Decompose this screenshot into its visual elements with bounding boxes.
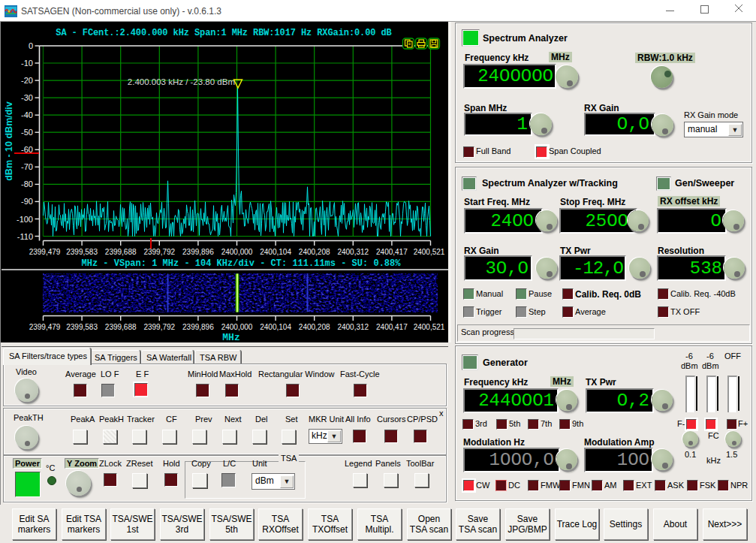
svg-text:2400,312: 2400,312 bbox=[337, 248, 369, 256]
svg-text:-10: -10 bbox=[21, 59, 33, 68]
svg-text:2399,896: 2399,896 bbox=[182, 248, 214, 256]
svg-text:2399,792: 2399,792 bbox=[143, 323, 175, 331]
svg-text:2400,104: 2400,104 bbox=[260, 323, 291, 331]
svg-text:-30: -30 bbox=[21, 93, 33, 102]
svg-text:2400,417: 2400,417 bbox=[376, 323, 408, 331]
svg-text:MHz - VSpan: 1 MHz - 104 KHz/d: MHz - VSpan: 1 MHz - 104 KHz/div - CT: 1… bbox=[82, 258, 402, 269]
svg-text:2400,208: 2400,208 bbox=[299, 323, 330, 331]
svg-text:2400,521: 2400,521 bbox=[414, 323, 445, 331]
svg-text:-70: -70 bbox=[21, 162, 33, 171]
svg-text:2399,583: 2399,583 bbox=[66, 248, 98, 256]
svg-text:2399,479: 2399,479 bbox=[29, 323, 61, 331]
svg-text:2400,104: 2400,104 bbox=[260, 248, 291, 256]
svg-text:2399,896: 2399,896 bbox=[182, 323, 214, 331]
svg-text:2399,583: 2399,583 bbox=[66, 323, 98, 331]
svg-text:0: 0 bbox=[29, 41, 33, 50]
svg-text:2400,000: 2400,000 bbox=[221, 323, 253, 331]
svg-text:-40: -40 bbox=[21, 110, 33, 119]
svg-text:2399,688: 2399,688 bbox=[105, 248, 137, 256]
svg-text:2400,208: 2400,208 bbox=[299, 248, 330, 256]
svg-text:MHz: MHz bbox=[222, 332, 239, 342]
svg-text:2399,479: 2399,479 bbox=[29, 248, 61, 256]
svg-text:-50: -50 bbox=[21, 128, 33, 137]
svg-text:2.400.003 kHz / -23.80 dBm: 2.400.003 kHz / -23.80 dBm bbox=[128, 77, 235, 86]
svg-text:2400,000: 2400,000 bbox=[221, 248, 253, 256]
svg-text:-20: -20 bbox=[21, 76, 33, 85]
svg-text:-100: -100 bbox=[17, 215, 33, 224]
svg-text:2400,312: 2400,312 bbox=[337, 323, 369, 331]
svg-text:-110: -110 bbox=[17, 232, 33, 241]
svg-text:2400,417: 2400,417 bbox=[376, 248, 408, 256]
svg-text:2400,521: 2400,521 bbox=[414, 248, 445, 256]
svg-text:2399,792: 2399,792 bbox=[143, 248, 175, 256]
svg-text:dBm - 10 dBm/div: dBm - 10 dBm/div bbox=[4, 101, 14, 181]
svg-text:-90: -90 bbox=[21, 197, 33, 206]
svg-text:SA - FCent.:2.400.000 kHz Span: SA - FCent.:2.400.000 kHz Span:1 MHz RBW… bbox=[56, 28, 391, 38]
svg-text:2399,688: 2399,688 bbox=[105, 323, 137, 331]
svg-text:-80: -80 bbox=[21, 179, 33, 189]
